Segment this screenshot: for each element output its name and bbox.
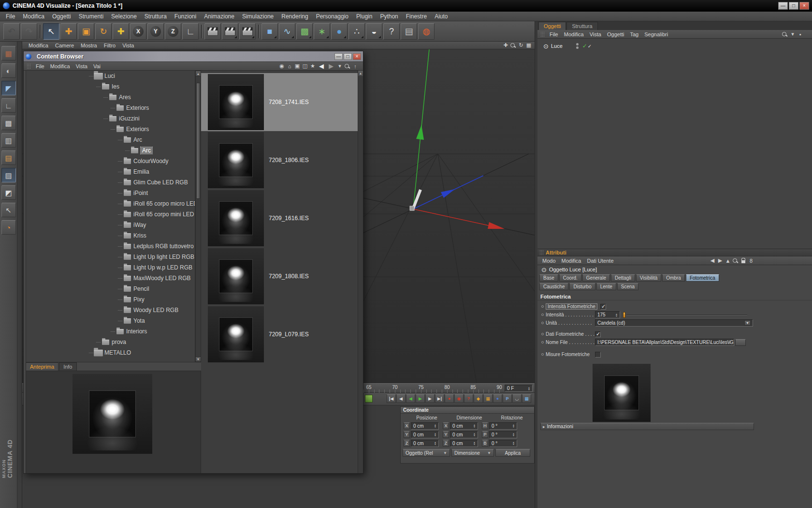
redo-icon[interactable]: ↷ <box>21 23 37 40</box>
render-picture-viewer-icon[interactable] <box>222 23 238 40</box>
tree-item[interactable]: prova <box>26 337 195 347</box>
render-settings-icon[interactable] <box>239 23 256 40</box>
attribute-tab[interactable]: Disturbo <box>569 283 595 290</box>
play-backward-icon[interactable]: ◀ <box>406 394 415 403</box>
search-icon[interactable] <box>781 31 789 38</box>
toolbar-separator[interactable] <box>38 23 42 40</box>
keyframe-dot-icon[interactable] <box>541 353 544 356</box>
secondary-check-icon[interactable]: ✓ <box>588 44 592 49</box>
texture-mode-icon[interactable]: ◤ <box>1 81 16 95</box>
tree-item[interactable]: Kriss <box>26 230 195 241</box>
tree-item[interactable]: Arc <box>26 134 195 145</box>
size-field[interactable]: 0 cm <box>450 440 478 447</box>
intensity-slider-track[interactable] <box>626 314 747 315</box>
position-field[interactable]: 0 cm <box>411 440 439 447</box>
attributes-menu-item[interactable]: Modo <box>539 257 559 264</box>
split-view-icon[interactable]: ◫ <box>301 63 309 70</box>
keyframe-dot-icon[interactable] <box>541 333 544 335</box>
viewport-menu-item[interactable]: Vista <box>119 42 137 49</box>
ik-icon[interactable]: ● <box>493 394 502 403</box>
keyframe-dot-icon[interactable] <box>541 322 544 324</box>
edges-mode-icon[interactable]: ▥ <box>1 133 16 148</box>
window-titlebar[interactable]: CINEMA 4D Visualize - [Senza Titolo 1 *]… <box>0 0 812 12</box>
menu-item[interactable]: File <box>2 12 19 21</box>
field-spinner[interactable] <box>433 424 436 428</box>
rotation-field[interactable]: 0 ° <box>489 422 517 430</box>
field-spinner[interactable] <box>511 424 515 428</box>
polygons-mode-icon[interactable]: ▤ <box>1 150 16 165</box>
goto-start-icon[interactable]: |◀ <box>387 394 396 403</box>
cb-close-button[interactable]: × <box>353 53 361 60</box>
menu-item[interactable]: Modifica <box>19 12 48 21</box>
spline-icon[interactable]: ∿ <box>279 23 295 40</box>
link-icon[interactable]: 8 <box>747 257 755 264</box>
history-back-icon[interactable]: ◀ <box>709 257 716 264</box>
attributes-menu-item[interactable]: Dati Utente <box>584 257 617 264</box>
lock-x-axis-icon[interactable]: X <box>130 23 146 40</box>
attributes-menu-item[interactable]: Modifica <box>559 257 584 264</box>
tree-item[interactable]: Emilia <box>26 166 195 177</box>
viewport-menu-item[interactable]: Modifica <box>25 42 52 49</box>
tree-item[interactable]: METALLO <box>26 347 195 358</box>
toolbar-separator[interactable] <box>200 23 203 40</box>
photometric-intensity-enable-checkbox[interactable] <box>600 304 606 310</box>
field-spinner[interactable] <box>472 424 476 428</box>
attribute-tab[interactable]: Base <box>539 274 558 282</box>
menu-item[interactable]: Simulazione <box>238 12 277 21</box>
axis-mode-icon[interactable]: ↖ <box>1 203 16 217</box>
tree-item[interactable]: Exteriors <box>26 124 195 134</box>
history-dropdown-icon[interactable]: ▾ <box>336 63 344 70</box>
zoom-view-icon[interactable] <box>509 42 517 49</box>
panel-splitter[interactable] <box>17 42 22 508</box>
field-spinner[interactable] <box>433 441 436 445</box>
field-spinner[interactable] <box>614 313 618 317</box>
menu-item[interactable]: Strumenti <box>75 12 107 21</box>
tree-item[interactable]: Yota <box>26 315 195 326</box>
informazioni-section[interactable]: ▸ Informazioni <box>540 423 754 430</box>
record-icon[interactable]: ● <box>445 394 454 403</box>
catalog-icon[interactable]: ▣ <box>293 63 301 70</box>
coordinates-column-header[interactable]: Dimensione <box>448 415 491 420</box>
object-manager-menu-item[interactable]: Modifica <box>561 31 587 38</box>
tree-item[interactable]: iPoint <box>26 188 195 198</box>
file-item[interactable]: 7209_1808.IES <box>201 247 360 305</box>
viewport-menu-item[interactable]: Filtro <box>101 42 119 49</box>
file-item[interactable]: 7208_1741.IES <box>201 73 360 131</box>
filename-field[interactable]: I:\PERSONALE BETA\Allplan\Std\Design\TEX… <box>595 339 734 346</box>
tree-item[interactable]: Ares <box>26 92 195 103</box>
rotation-field[interactable]: 0 ° <box>489 431 517 438</box>
autokey-icon[interactable]: ? <box>464 394 473 403</box>
content-tree[interactable]: Luci Ies Ares Exteriors <box>26 71 195 362</box>
add-cube-icon[interactable]: ■ <box>261 23 278 40</box>
attribute-tab[interactable]: Coord. <box>559 274 581 282</box>
menu-item[interactable]: Struttura <box>141 12 171 21</box>
goto-end-icon[interactable]: ▶| <box>435 394 444 403</box>
tree-item[interactable]: MaxiWoody LED RGB <box>26 273 195 284</box>
size-field[interactable]: 0 cm <box>450 422 478 430</box>
photometric-intensity-enable-label[interactable]: Intensità Fotometriche <box>546 303 597 310</box>
attribute-tab[interactable]: Visibilità <box>636 274 662 282</box>
tree-item[interactable]: Exteriors <box>26 103 195 113</box>
keyframe-dot-icon[interactable] <box>541 314 544 316</box>
size-field[interactable]: 0 cm <box>450 431 478 438</box>
content-browser-menu-item[interactable]: File <box>33 63 47 70</box>
content-browser-window[interactable]: Content Browser —□× FileModificaVistaVai… <box>23 51 363 474</box>
up-icon[interactable]: ▲ <box>724 257 732 264</box>
cb-maximize-button[interactable]: □ <box>344 53 352 60</box>
options-icon[interactable]: ▦ <box>483 394 493 403</box>
last-tool-icon[interactable]: ✚ <box>113 23 129 40</box>
tree-item[interactable]: ColourWoody <box>26 156 195 166</box>
panel-drag-handle-icon[interactable] <box>540 31 545 37</box>
tree-item[interactable]: Woody LED RGB <box>26 305 195 315</box>
visibility-dots-icon[interactable] <box>576 43 579 49</box>
attribute-tab[interactable]: Fotometrica <box>686 274 719 282</box>
tree-item[interactable]: Interiors <box>26 326 195 337</box>
previous-key-icon[interactable]: ◀ <box>396 394 406 403</box>
favorites-icon[interactable]: ★ <box>309 63 317 70</box>
snap-grid-icon[interactable]: ▦ <box>522 394 531 403</box>
tree-item[interactable]: Pixy <box>26 294 195 305</box>
rotate-icon[interactable]: ↻ <box>95 23 112 40</box>
enabled-check-icon[interactable]: ✓ <box>582 43 587 49</box>
frame-spinner[interactable] <box>526 387 530 390</box>
p-solver-icon[interactable]: P <box>503 394 512 403</box>
